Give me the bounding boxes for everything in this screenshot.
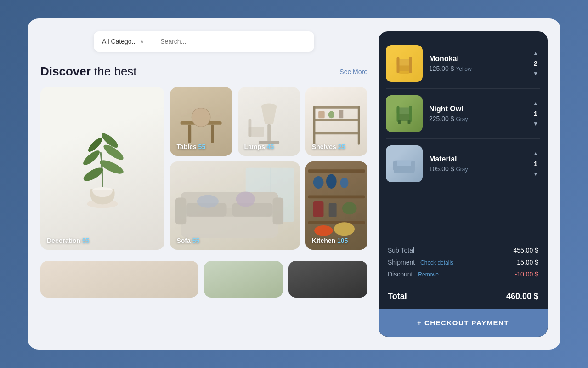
- check-details-link[interactable]: Check details: [420, 259, 453, 266]
- monokai-info: Monokai 125.00 $ Yellow: [429, 55, 525, 72]
- svg-point-11: [192, 108, 211, 127]
- decoration-count: 55: [82, 237, 90, 244]
- svg-point-40: [340, 178, 348, 188]
- night-owl-controls: ▲ 1 ▼: [531, 99, 540, 128]
- lamps-label: Lamps 45: [244, 143, 274, 150]
- remove-discount-link[interactable]: Remove: [418, 271, 439, 278]
- svg-rect-21: [318, 111, 325, 118]
- shipment-value: 15.00 $: [517, 259, 538, 266]
- grid-item-kitchen[interactable]: Kitchen 105: [305, 161, 368, 250]
- section-header: Discover the best See More: [40, 64, 368, 79]
- subtotal-label: Sub Total: [388, 247, 414, 254]
- bottom-row: [40, 261, 368, 298]
- svg-rect-35: [308, 169, 365, 172]
- shelves-label: Shelves 25: [312, 143, 345, 150]
- svg-rect-10: [211, 125, 214, 143]
- sofa-label: Sofa 55: [176, 237, 199, 244]
- product-grid: Decoration 55 Tables 55: [40, 87, 368, 255]
- cart-items-list: Monokai 125.00 $ Yellow ▲ 2 ▼: [379, 31, 548, 237]
- night-owl-qty-down[interactable]: ▼: [531, 119, 540, 128]
- cart-item-material: Material 105.00 $ Gray ▲ 1 ▼: [386, 139, 540, 189]
- shipment-label: Shipment Check details: [388, 259, 453, 266]
- night-owl-chair-icon: [390, 100, 418, 127]
- subtotal-row: Sub Total 455.00 $: [388, 247, 538, 254]
- plant-decoration: [66, 96, 139, 216]
- svg-point-33: [197, 195, 219, 208]
- svg-rect-17: [313, 119, 360, 121]
- svg-point-22: [328, 111, 334, 118]
- subtotal-value: 455.00 $: [514, 247, 539, 254]
- night-owl-name: Night Owl: [429, 105, 525, 113]
- material-qty-up[interactable]: ▲: [531, 149, 540, 158]
- svg-rect-9: [188, 125, 192, 143]
- svg-rect-31: [175, 197, 187, 224]
- svg-rect-41: [313, 201, 324, 217]
- material-thumbnail: [386, 145, 423, 182]
- material-name: Material: [429, 155, 525, 163]
- svg-rect-12: [267, 124, 271, 142]
- svg-rect-36: [308, 196, 365, 199]
- chevron-down-icon: ∨: [141, 39, 144, 44]
- decoration-label: Decoration 55: [47, 237, 90, 244]
- grid-item-tables[interactable]: Tables 55: [170, 87, 232, 156]
- tables-count: 55: [198, 143, 206, 150]
- category-select[interactable]: All Catego... ∨: [94, 31, 152, 52]
- svg-rect-59: [393, 161, 397, 171]
- svg-rect-56: [408, 120, 411, 124]
- checkout-button[interactable]: + CHECKOUT PAYMENT: [379, 309, 548, 337]
- total-value: 460.00 $: [506, 292, 538, 301]
- svg-point-38: [313, 176, 324, 189]
- grid-item-lamps[interactable]: Lamps 45: [238, 87, 300, 156]
- svg-point-39: [326, 174, 337, 189]
- kitchen-count: 105: [337, 237, 348, 244]
- search-bar: All Catego... ∨: [94, 31, 314, 52]
- material-price: 105.00 $ Gray: [429, 165, 525, 172]
- monokai-chair-icon: [390, 50, 418, 77]
- title-light: the best: [91, 64, 137, 78]
- svg-point-43: [342, 202, 357, 214]
- title-bold: Discover: [40, 64, 91, 78]
- grid-item-decoration[interactable]: Decoration 55: [40, 87, 164, 250]
- grid-item-shelves[interactable]: Shelves 25: [305, 87, 368, 156]
- shelves-count: 25: [338, 143, 345, 150]
- search-input[interactable]: [152, 31, 314, 52]
- bottom-item-3[interactable]: [288, 261, 368, 298]
- bottom-item-1[interactable]: [40, 261, 198, 298]
- shipment-row: Shipment Check details 15.00 $: [388, 259, 538, 266]
- material-sofa-icon: [390, 150, 418, 178]
- svg-rect-18: [313, 132, 360, 135]
- night-owl-thumbnail: [386, 95, 423, 132]
- svg-rect-23: [339, 110, 343, 118]
- svg-rect-32: [273, 197, 284, 224]
- svg-rect-15: [248, 119, 251, 137]
- monokai-thumbnail: [386, 45, 423, 82]
- cart-item-night-owl: Night Owl 225.00 $ Gray ▲ 1 ▼: [386, 89, 540, 139]
- monokai-qty-up[interactable]: ▲: [531, 49, 540, 58]
- see-more-link[interactable]: See More: [339, 68, 368, 75]
- monokai-name: Monokai: [429, 55, 525, 63]
- svg-rect-30: [232, 203, 273, 216]
- night-owl-qty: 1: [534, 110, 537, 117]
- svg-rect-49: [397, 58, 400, 74]
- monokai-qty-down[interactable]: ▼: [531, 69, 540, 78]
- category-label: All Catego...: [102, 38, 137, 45]
- svg-rect-16: [313, 106, 360, 109]
- material-controls: ▲ 1 ▼: [531, 149, 540, 178]
- left-panel: All Catego... ∨ Discover the best See Mo…: [40, 31, 379, 337]
- svg-rect-53: [397, 106, 400, 122]
- cart-panel: Monokai 125.00 $ Yellow ▲ 2 ▼: [379, 31, 548, 337]
- monokai-qty: 2: [534, 60, 537, 67]
- night-owl-price: 225.00 $ Gray: [429, 115, 525, 122]
- night-owl-qty-up[interactable]: ▲: [531, 99, 540, 108]
- material-qty-down[interactable]: ▼: [531, 169, 540, 178]
- svg-rect-20: [358, 106, 360, 144]
- svg-rect-50: [409, 58, 412, 74]
- cart-item-monokai: Monokai 125.00 $ Yellow ▲ 2 ▼: [386, 39, 540, 89]
- grid-item-sofa[interactable]: Sofa 55: [170, 161, 300, 250]
- svg-rect-42: [328, 203, 336, 217]
- svg-point-34: [236, 192, 255, 207]
- main-container: All Catego... ∨ Discover the best See Mo…: [28, 18, 560, 350]
- svg-rect-55: [398, 120, 401, 124]
- bottom-item-2[interactable]: [204, 261, 283, 298]
- svg-rect-19: [313, 106, 316, 144]
